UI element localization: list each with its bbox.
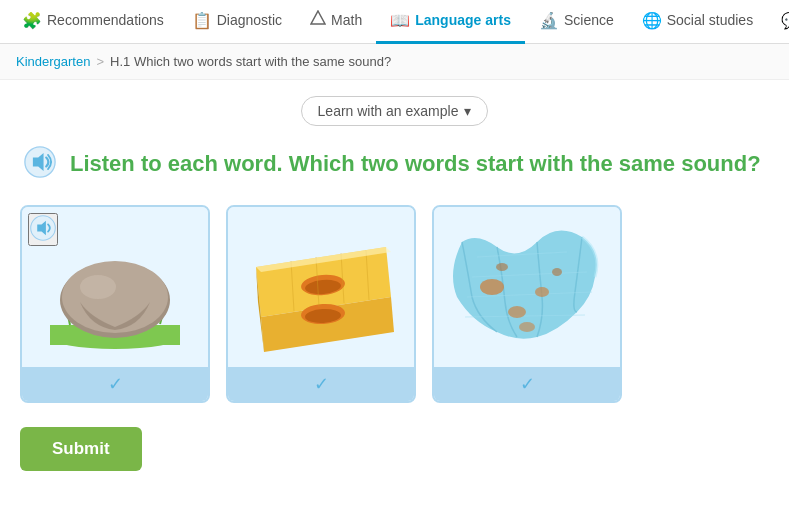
recommendations-icon: 🧩 <box>22 11 42 30</box>
card-pencil-case[interactable]: ✓ <box>226 205 416 403</box>
svg-point-35 <box>519 322 535 332</box>
svg-marker-0 <box>311 11 325 24</box>
main-content: Learn with an example ▾ Listen to each w… <box>0 80 789 487</box>
nav-language-arts-label: Language arts <box>415 12 511 28</box>
card-pencil-case-check: ✓ <box>228 367 414 401</box>
card-cloth-check: ✓ <box>434 367 620 401</box>
nav-recommendations[interactable]: 🧩 Recommendations <box>8 0 178 44</box>
cloth-illustration <box>447 217 607 357</box>
pencil-case-illustration <box>236 217 406 357</box>
breadcrumb-home[interactable]: Kindergarten <box>16 54 90 69</box>
breadcrumb: Kindergarten > H.1 Which two words start… <box>0 44 789 80</box>
nav-social-studies-label: Social studies <box>667 12 753 28</box>
nav-social-studies[interactable]: 🌐 Social studies <box>628 0 767 44</box>
svg-point-12 <box>62 261 168 333</box>
speaker-icon <box>24 146 56 178</box>
svg-point-34 <box>496 263 508 271</box>
svg-point-33 <box>552 268 562 276</box>
question-speaker-button[interactable] <box>20 142 60 185</box>
card-pencil-case-image <box>228 207 414 367</box>
diagnostic-icon: 📋 <box>192 11 212 30</box>
question-text: Listen to each word. Which two words sta… <box>70 151 761 177</box>
spanish-icon: 💬 <box>781 11 789 30</box>
learn-example-button[interactable]: Learn with an example ▾ <box>301 96 489 126</box>
nav-spanish[interactable]: 💬 Spanish <box>767 0 789 44</box>
question-row: Listen to each word. Which two words sta… <box>20 142 769 185</box>
breadcrumb-current: H.1 Which two words start with the same … <box>110 54 391 69</box>
submit-button[interactable]: Submit <box>20 427 142 471</box>
nav-science-label: Science <box>564 12 614 28</box>
card-rock-speaker-button[interactable] <box>28 213 58 246</box>
svg-point-32 <box>535 287 549 297</box>
science-icon: 🔬 <box>539 11 559 30</box>
breadcrumb-separator: > <box>96 54 104 69</box>
chevron-down-icon: ▾ <box>464 103 471 119</box>
card-rock[interactable]: ✓ <box>20 205 210 403</box>
svg-point-30 <box>480 279 504 295</box>
nav-recommendations-label: Recommendations <box>47 12 164 28</box>
rock-illustration <box>40 222 190 352</box>
card-rock-speaker-icon <box>30 215 56 241</box>
social-studies-icon: 🌐 <box>642 11 662 30</box>
card-cloth-image <box>434 207 620 367</box>
nav-diagnostic[interactable]: 📋 Diagnostic <box>178 0 296 44</box>
card-rock-image <box>22 207 208 367</box>
nav-bar: 🧩 Recommendations 📋 Diagnostic Math 📖 La… <box>0 0 789 44</box>
cards-row: ✓ <box>20 205 769 403</box>
learn-example-label: Learn with an example <box>318 103 459 119</box>
language-arts-icon: 📖 <box>390 11 410 30</box>
card-rock-check: ✓ <box>22 367 208 401</box>
svg-point-13 <box>80 275 116 299</box>
nav-language-arts[interactable]: 📖 Language arts <box>376 0 525 44</box>
nav-math[interactable]: Math <box>296 0 376 44</box>
svg-point-31 <box>508 306 526 318</box>
nav-science[interactable]: 🔬 Science <box>525 0 628 44</box>
card-cloth[interactable]: ✓ <box>432 205 622 403</box>
nav-diagnostic-label: Diagnostic <box>217 12 282 28</box>
nav-math-label: Math <box>331 12 362 28</box>
math-icon <box>310 10 326 30</box>
